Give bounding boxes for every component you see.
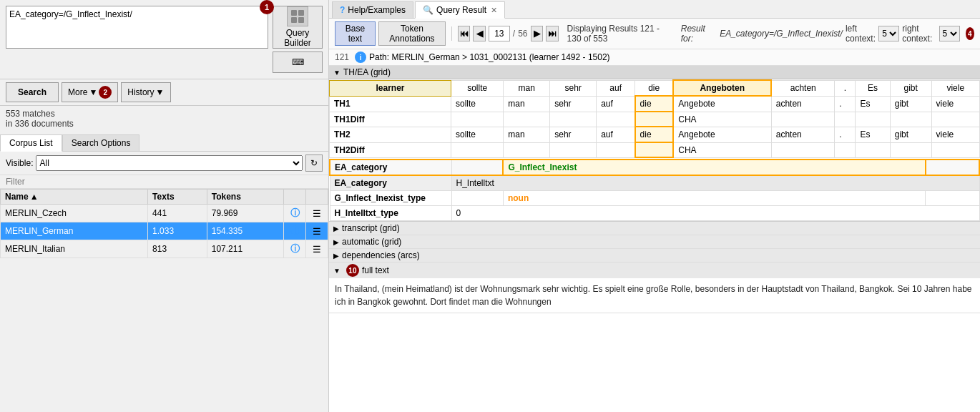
- svg-rect-1: [298, 10, 304, 16]
- fulltext-badge: 10: [346, 264, 359, 277]
- grid-cell: Angebote: [673, 96, 771, 112]
- tab-close-icon[interactable]: ✕: [491, 6, 497, 15]
- path-text: Path: MERLIN_German > 1031_0002131 (lear…: [369, 52, 610, 62]
- col-texts[interactable]: Texts: [148, 190, 207, 205]
- fulltext-header[interactable]: ▼ 10 full text: [329, 263, 980, 278]
- right-context-select[interactable]: 5: [939, 26, 960, 41]
- result-for-label: Result for:: [681, 24, 711, 44]
- more-button[interactable]: More ▼ 2: [62, 82, 118, 102]
- tab-query-result[interactable]: 🔍 Query Result ✕: [415, 1, 505, 19]
- filter-row: Filter: [0, 175, 328, 189]
- grid-cell: achten: [771, 96, 835, 112]
- ea-table: EA_category G_Inflect_Inexist EA_categor…: [329, 159, 980, 221]
- right-context-label: right context:: [902, 24, 936, 44]
- page-last-button[interactable]: ⏭: [546, 26, 559, 41]
- grid-cell: [451, 142, 504, 157]
- grid-cell: [835, 142, 856, 157]
- ea-empty-2: [926, 160, 979, 175]
- search-button[interactable]: Search: [6, 82, 59, 102]
- more-dropdown-icon: ▼: [89, 87, 97, 97]
- token-annotations-button[interactable]: Token Annotations: [378, 21, 446, 46]
- grid-cell: [504, 112, 550, 127]
- tab-help-label: Help/Examples: [348, 5, 406, 15]
- grid-cell: achten: [771, 127, 835, 142]
- collapsible-section: ▶ transcript (grid): [329, 222, 980, 235]
- col-name[interactable]: Name ▲: [1, 190, 148, 205]
- grid-cell: [835, 112, 856, 127]
- page-next-button[interactable]: ▶: [531, 26, 544, 41]
- corpus-info-button[interactable]: ⓘ: [288, 225, 301, 237]
- grid-cell: gibt: [890, 127, 931, 142]
- g-inflect-value: noun: [503, 191, 925, 206]
- col-sehr: sehr: [550, 80, 597, 96]
- tab-help-examples[interactable]: ? Help/Examples: [332, 1, 413, 18]
- corpus-tokens-cell: 107.211: [207, 240, 283, 258]
- match-info: 553 matches in 336 documents: [0, 106, 328, 132]
- col-angeboten: Angeboten: [673, 80, 771, 96]
- history-label: History: [127, 87, 154, 97]
- corpus-row[interactable]: MERLIN_German 1.033 154.335 ⓘ ☰: [1, 222, 328, 240]
- tab-search-options[interactable]: Search Options: [62, 134, 140, 151]
- section-header-1[interactable]: ▶ automatic (grid): [329, 235, 980, 248]
- corpus-doc-button[interactable]: ☰: [310, 225, 323, 237]
- more-label: More: [68, 87, 87, 97]
- query-input[interactable]: EA_category=/G_Inflect_Inexist/: [6, 6, 268, 49]
- corpus-info-button[interactable]: ⓘ: [288, 242, 301, 255]
- corpus-row[interactable]: MERLIN_Czech 441 79.969 ⓘ ☰: [1, 205, 328, 222]
- ea-value-1: G_Inflect_Inexist: [503, 160, 925, 175]
- help-icon: ?: [340, 5, 345, 15]
- keyboard-icon: ⌨: [292, 57, 304, 67]
- corpus-table-wrap: Name ▲ Texts Tokens MERLIN_Czech 441 79.…: [0, 189, 328, 412]
- sort-icon: ▲: [30, 192, 39, 202]
- result-info-button[interactable]: i: [355, 52, 366, 63]
- grid-cell: [504, 142, 550, 157]
- page-first-button[interactable]: ⏮: [458, 26, 471, 41]
- page-prev-button[interactable]: ◀: [473, 26, 486, 41]
- col-tokens[interactable]: Tokens: [207, 190, 283, 205]
- svg-rect-3: [298, 17, 304, 23]
- section-label: dependencies (arcs): [342, 250, 420, 260]
- corpus-row[interactable]: MERLIN_Italian 813 107.211 ⓘ ☰: [1, 240, 328, 258]
- svg-rect-0: [291, 10, 297, 16]
- visible-label: Visible:: [6, 158, 33, 168]
- section-header-2[interactable]: ▶ dependencies (arcs): [329, 249, 980, 262]
- tab-result-label: Query Result: [436, 5, 486, 15]
- collapse-icon: ▼: [333, 69, 340, 77]
- query-builder-button[interactable]: Query Builder: [273, 6, 323, 49]
- path-bar: 121 i Path: MERLIN_German > 1031_0002131…: [329, 49, 980, 66]
- history-button[interactable]: History ▼: [121, 82, 170, 102]
- query-area: EA_category=/G_Inflect_Inexist/ 1 Query …: [0, 0, 328, 79]
- corpus-info-cell: ⓘ: [284, 222, 306, 240]
- grid-cell: [890, 112, 931, 127]
- refresh-button[interactable]: ↻: [305, 154, 323, 172]
- ea-value-2: H_Intelltxt: [451, 175, 979, 191]
- toolbar-separator: [451, 26, 452, 41]
- corpus-doc-button[interactable]: ☰: [310, 242, 323, 255]
- fulltext-text: In Thailand, (mein Heimatland) ist der W…: [329, 278, 980, 313]
- grid-cell: [635, 142, 674, 157]
- toolbar-badge-4: 4: [966, 27, 974, 40]
- h-intelltxt-value: 0: [451, 206, 979, 221]
- query-builder-icon: [287, 6, 308, 26]
- grid-row-label: TH2: [330, 127, 451, 142]
- base-text-button[interactable]: Base text: [335, 21, 376, 46]
- grid-cell: auf: [597, 96, 635, 112]
- section-header-0[interactable]: ▶ transcript (grid): [329, 222, 980, 235]
- th-ea-grid-header[interactable]: ▼ TH/EA (grid): [329, 66, 980, 79]
- grid-cell: [771, 142, 835, 157]
- h-intelltxt-row: H_Intelltxt_type 0: [330, 206, 979, 221]
- grid-row-label: TH1: [330, 96, 451, 112]
- corpus-info-button[interactable]: ⓘ: [288, 207, 301, 220]
- section-chevron: ▶: [333, 252, 339, 260]
- col-auf: auf: [597, 80, 635, 96]
- corpus-texts-cell: 813: [148, 240, 207, 258]
- page-input[interactable]: [489, 26, 510, 41]
- left-context-select[interactable]: 5: [878, 26, 899, 41]
- tab-corpus-list[interactable]: Corpus List: [0, 134, 62, 152]
- keyboard-button[interactable]: ⌨: [273, 52, 323, 73]
- grid-cell: [931, 142, 979, 157]
- visible-select[interactable]: All: [36, 155, 303, 171]
- corpus-doc-button[interactable]: ☰: [310, 207, 323, 220]
- grid-row: TH2DiffCHA: [330, 142, 980, 157]
- grid-cell: CHA: [673, 112, 771, 127]
